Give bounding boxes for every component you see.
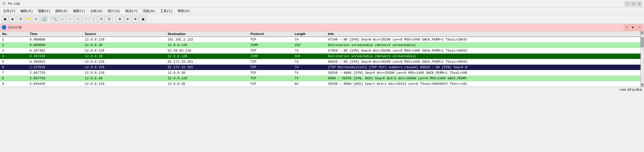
menu-item-y[interactable]: 电话(Y)	[123, 8, 140, 14]
cell-destination: 81.171.33.201	[166, 65, 248, 70]
cell-info: 60820 → 80 [SYN] Seq=0 Win=29200 Len=0 M…	[326, 59, 640, 65]
toolbar-zoom-in[interactable]: ⊕	[116, 16, 123, 23]
cell-length: 74	[293, 76, 326, 81]
cell-time: 2.669435	[28, 81, 83, 87]
cell-no: 9	[0, 81, 28, 87]
toolbar-forward[interactable]: →	[67, 16, 74, 23]
table-row[interactable]: 10.00000012.0.0.128151.101.2.132TCP74472…	[0, 37, 640, 43]
cell-info: 47248 → 80 [SYN] Seq=0 Win=29200 Len=0 M…	[326, 37, 640, 43]
cell-no: 4	[0, 54, 28, 59]
cell-info: 39258 → 8080 [ACK] Seq=1 Ack=1 Win=29312…	[326, 81, 640, 87]
cell-protocol: TCP	[248, 70, 293, 76]
cell-length: 102	[293, 43, 326, 48]
scroll-thumb[interactable]	[641, 37, 644, 47]
minimize-button[interactable]: —	[625, 1, 630, 6]
cell-destination: 81.171.33.201	[166, 59, 248, 65]
cell-source: 12.0.0.128	[83, 81, 166, 87]
cell-no: 8	[0, 76, 28, 81]
cell-length: 74	[293, 37, 326, 43]
cell-destination: 12.0.0.128	[166, 43, 248, 48]
toolbar-colorize[interactable]: ▦	[140, 16, 147, 23]
filter-add-button[interactable]: +	[637, 25, 642, 30]
toolbar-up[interactable]: ↑	[82, 16, 89, 23]
cell-source: 12.0.0.128	[83, 59, 166, 65]
menu-item-f[interactable]: 文件(F)	[1, 8, 17, 14]
cell-length: 74	[293, 48, 326, 54]
title-bar: 🦈 hh.cap — □ ✕	[0, 0, 644, 8]
cell-time: 0.000099	[28, 43, 83, 48]
cell-protocol: TCP	[248, 37, 293, 43]
cell-no: 2	[0, 43, 28, 48]
toolbar-save[interactable]: ⊙	[17, 16, 24, 23]
cell-no: 7	[0, 70, 28, 76]
menu-item-i[interactable]: 工具(I)	[158, 8, 175, 14]
toolbar-folder[interactable]: 📁	[25, 16, 32, 23]
toolbar-list1[interactable]: ≡	[98, 16, 105, 23]
toolbar-close[interactable]: ✕	[33, 16, 40, 23]
toolbar-goto[interactable]: ⇐	[74, 16, 82, 23]
menu-item-a[interactable]: 分析(A)	[88, 8, 105, 14]
col-length: Length	[293, 31, 326, 37]
filter-clear-button[interactable]: ✕	[624, 25, 629, 30]
toolbar-reload[interactable]: 🔄	[41, 16, 48, 23]
cell-time: 0.000000	[28, 37, 83, 43]
cell-protocol: ICMP	[248, 43, 293, 48]
packet-table: No. Time Source Destination Protocol Len…	[0, 31, 640, 87]
toolbar: ◼ ▶ ⊙ 📁 ✕ 🔄 🔍 ← → ⇐ ↑ ↓ ≡ ≡ ⊕ ⊖ ⊗ ▦	[0, 15, 644, 24]
scroll-up-button[interactable]: ▲	[641, 31, 644, 35]
cell-destination: 12.0.0.128	[166, 76, 248, 81]
table-row[interactable]: 61.37251812.0.0.12881.171.33.201TCP74[TC…	[0, 65, 640, 70]
cell-source: 12.0.0.128	[83, 70, 166, 76]
cell-length: 74	[293, 65, 326, 70]
toolbar-new[interactable]: ◼	[2, 16, 9, 23]
menu-item-w[interactable]: 无线(W)	[141, 8, 157, 14]
filter-bar: 🔵 ✕ ▶ +	[0, 24, 644, 31]
menu-item-v[interactable]: 视图(V)	[36, 8, 52, 14]
packet-list-area: No. Time Source Destination Protocol Len…	[0, 31, 644, 87]
table-row[interactable]: 40.36733612.0.0.3012.0.0.128ICMP102Desti…	[0, 54, 640, 59]
cell-source: 12.0.0.128	[83, 65, 166, 70]
menu-item-s[interactable]: 统计(S)	[106, 8, 122, 14]
cell-destination: 151.101.2.132	[166, 37, 248, 43]
toolbar-back[interactable]: ←	[59, 16, 66, 23]
menu-item-g[interactable]: 跳转(G)	[53, 8, 70, 14]
table-row[interactable]: 82.66775612.0.0.3012.0.0.128TCP748080 → …	[0, 76, 640, 81]
filter-input[interactable]	[8, 25, 622, 29]
table-row[interactable]: 50.36892312.0.0.12881.171.33.201TCP74608…	[0, 59, 640, 65]
table-row[interactable]: 92.66943512.0.0.12812.0.0.30TCP6639258 →…	[0, 81, 640, 87]
menu-item-c[interactable]: 捕获(C)	[71, 8, 87, 14]
toolbar-zoom-out[interactable]: ⊖	[124, 16, 131, 23]
cell-info: 8080 → 39258 [SYN, ACK] Seq=0 Ack=1 Win=…	[326, 76, 640, 81]
table-row[interactable]: 20.00009912.0.0.3012.0.0.128ICMP102Desti…	[0, 43, 640, 48]
filter-bookmark-button[interactable]: ▶	[630, 25, 636, 30]
cell-source: 12.0.0.30	[83, 43, 166, 48]
table-row[interactable]: 72.66772512.0.0.12812.0.0.30TCP7439258 →…	[0, 70, 640, 76]
col-protocol: Protocol	[248, 31, 293, 37]
cell-info: 57858 → 80 [SYN] Seq=0 Win=29200 Len=0 M…	[326, 48, 640, 54]
table-row[interactable]: 30.36730112.0.0.12852.56.83.118TCP745785…	[0, 48, 640, 54]
table-header-row: No. Time Source Destination Protocol Len…	[0, 31, 640, 37]
cell-protocol: ICMP	[248, 54, 293, 59]
scroll-down-button[interactable]: ▼	[641, 83, 644, 87]
toolbar-open[interactable]: ▶	[9, 16, 16, 23]
cell-source: 12.0.0.30	[83, 54, 166, 59]
filter-icon: 🔵	[2, 25, 7, 30]
toolbar-zoom-reset[interactable]: ⊗	[132, 16, 139, 23]
cell-protocol: TCP	[248, 65, 293, 70]
col-source: Source	[83, 31, 166, 37]
toolbar-search[interactable]: 🔍	[51, 16, 58, 23]
cell-length: 66	[293, 81, 326, 87]
toolbar-down[interactable]: ↓	[90, 16, 97, 23]
scroll-track[interactable]	[641, 35, 644, 83]
cell-length: 102	[293, 54, 326, 59]
menu-item-h[interactable]: 帮助(H)	[176, 8, 192, 14]
cell-protocol: TCP	[248, 81, 293, 87]
cell-time: 2.667756	[28, 76, 83, 81]
menu-item-e[interactable]: 编辑(E)	[18, 8, 35, 14]
close-button[interactable]: ✕	[637, 1, 642, 6]
toolbar-list2[interactable]: ≡	[106, 16, 113, 23]
vertical-scrollbar[interactable]: ▲ ▼	[640, 31, 644, 87]
maximize-button[interactable]: □	[631, 1, 636, 6]
cell-no: 1	[0, 37, 28, 43]
cell-info: Destination unreachable (Network unreach…	[326, 43, 640, 48]
